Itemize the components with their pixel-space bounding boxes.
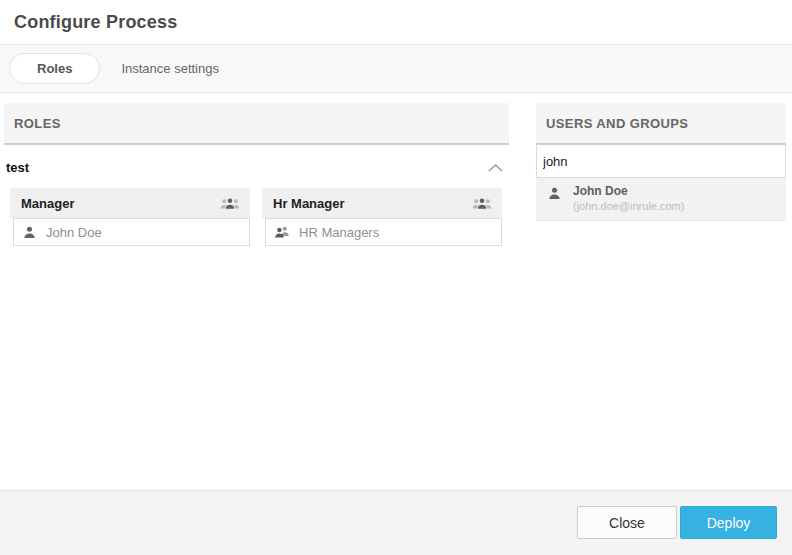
tab-roles[interactable]: Roles <box>9 53 100 84</box>
tab-instance-settings[interactable]: Instance settings <box>121 61 219 76</box>
result-user-name: John Doe <box>573 184 684 199</box>
role-card-header: Manager <box>10 188 250 218</box>
role-name: Manager <box>21 196 74 211</box>
role-card-hr-manager: Hr Manager <box>262 188 502 246</box>
close-button[interactable]: Close <box>577 506 677 539</box>
roles-panel: ROLES test Manager <box>4 103 509 490</box>
users-panel-header: USERS AND GROUPS <box>536 103 786 145</box>
dialog-footer: Close Deploy <box>0 490 792 555</box>
assignee-row[interactable]: HR Managers <box>265 218 502 246</box>
result-user-email: (john.doe@inrule.com) <box>573 199 684 213</box>
main-content: ROLES test Manager <box>0 93 792 490</box>
role-group-name: test <box>6 160 29 175</box>
role-group-row[interactable]: test <box>6 160 507 175</box>
group-icon <box>220 196 240 211</box>
role-card-header: Hr Manager <box>262 188 502 218</box>
page-title: Configure Process <box>14 12 778 33</box>
deploy-button[interactable]: Deploy <box>680 506 777 539</box>
role-cards: Manager Jo <box>4 188 509 246</box>
chevron-up-icon[interactable] <box>487 163 507 173</box>
user-search-result[interactable]: John Doe (john.doe@inrule.com) <box>536 178 786 221</box>
user-search-input[interactable] <box>536 145 786 178</box>
users-icon <box>274 225 290 239</box>
group-icon <box>472 196 492 211</box>
user-icon <box>547 186 562 201</box>
role-card-manager: Manager Jo <box>10 188 250 246</box>
user-icon <box>22 225 37 240</box>
assignee-row[interactable]: John Doe <box>13 218 250 246</box>
assignee-name: HR Managers <box>299 225 379 240</box>
users-and-groups-panel: USERS AND GROUPS John Doe (john.doe@inru… <box>536 103 786 490</box>
roles-panel-header: ROLES <box>4 103 509 145</box>
role-name: Hr Manager <box>273 196 345 211</box>
dialog-header: Configure Process <box>0 0 792 45</box>
assignee-name: John Doe <box>46 225 102 240</box>
tab-bar: Roles Instance settings <box>0 45 792 93</box>
